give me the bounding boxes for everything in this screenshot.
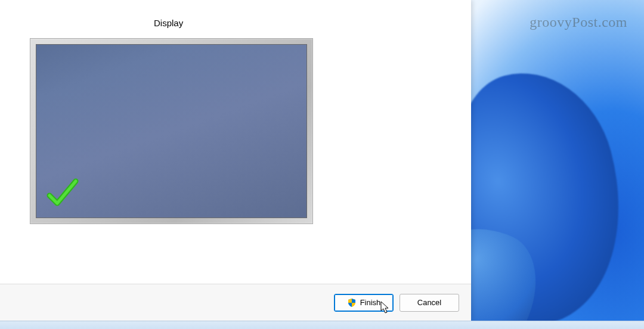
display-heading: Display bbox=[154, 18, 183, 28]
watermark-text: groovyPost.com bbox=[530, 14, 627, 30]
cancel-button[interactable]: Cancel bbox=[400, 294, 459, 312]
finish-button[interactable]: Finish bbox=[334, 294, 394, 312]
taskbar[interactable] bbox=[0, 321, 644, 329]
monitor-preview-screen bbox=[36, 44, 307, 218]
shield-icon bbox=[347, 298, 357, 308]
finish-button-label: Finish bbox=[360, 298, 381, 307]
monitor-preview-frame bbox=[30, 38, 313, 224]
calibration-dialog: Display Finish bbox=[0, 0, 471, 321]
dialog-content: Display bbox=[0, 0, 471, 284]
dialog-footer: Finish Cancel bbox=[0, 284, 471, 321]
cancel-button-label: Cancel bbox=[417, 298, 441, 307]
checkmark-icon bbox=[46, 178, 80, 210]
